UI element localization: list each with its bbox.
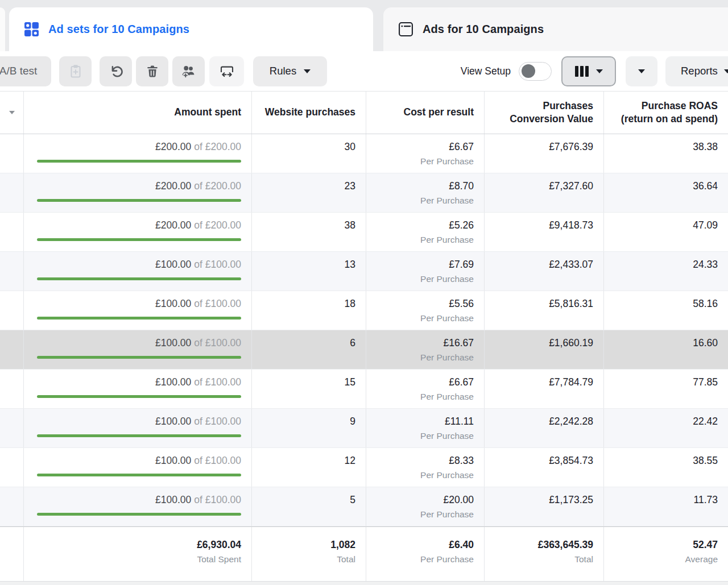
- amount-budget-value: of £100.00: [194, 337, 241, 348]
- budget-progress-bar: [37, 317, 241, 320]
- delete-button[interactable]: [136, 56, 168, 86]
- ads-window-icon: [398, 22, 413, 37]
- cost-per-result-cell: £7.69 Per Purchase: [366, 252, 485, 291]
- ab-test-button[interactable]: A/B test: [0, 56, 51, 86]
- website-purchases-value: 23: [262, 180, 355, 192]
- table-row[interactable]: £100.00of £100.00 5 £20.00 Per Purchase …: [0, 487, 728, 526]
- tab-ad-sets-label: Ad sets for 10 Campaigns: [48, 23, 189, 36]
- row-select-cell[interactable]: [0, 330, 24, 369]
- amount-spent-cell: £100.00of £100.00: [24, 252, 252, 291]
- cost-per-result-sublabel: Per Purchase: [377, 156, 474, 167]
- totals-cost-label: Per Purchase: [377, 554, 474, 565]
- table-row[interactable]: £100.00of £100.00 12 £8.33 Per Purchase …: [0, 448, 728, 487]
- amount-spent-value: £200.00: [155, 180, 191, 192]
- totals-conversion-cell: £363,645.39 Total: [485, 527, 604, 581]
- conversion-value: £9,418.73: [495, 219, 593, 231]
- website-purchases-value: 15: [262, 376, 355, 388]
- header-purchase-roas[interactable]: Purchase ROAS (return on ad spend): [604, 92, 728, 134]
- clipboard-icon: [68, 64, 83, 78]
- amount-budget-value: of £200.00: [194, 180, 241, 192]
- cost-per-result-cell: £16.67 Per Purchase: [366, 330, 485, 369]
- chevron-down-icon: [9, 111, 15, 114]
- cost-per-result-value: £5.56: [377, 298, 474, 310]
- view-setup-label: View Setup: [461, 65, 511, 77]
- roas-value: 24.33: [614, 259, 718, 271]
- row-select-cell[interactable]: [0, 252, 24, 291]
- chevron-down-icon: [638, 69, 645, 73]
- duplicate-button[interactable]: [59, 56, 92, 86]
- table-row[interactable]: £100.00of £100.00 6 £16.67 Per Purchase …: [0, 330, 728, 370]
- cost-per-result-sublabel: Per Purchase: [377, 313, 474, 324]
- row-select-cell[interactable]: [0, 409, 24, 447]
- cost-per-result-sublabel: Per Purchase: [377, 470, 474, 481]
- conversion-value: £5,816.31: [495, 298, 593, 310]
- row-select-cell[interactable]: [0, 213, 24, 251]
- totals-roas-cell: 52.47 Average: [604, 527, 728, 581]
- breakdown-dropdown-button[interactable]: [626, 56, 657, 86]
- table-row[interactable]: £200.00of £200.00 23 £8.70 Per Purchase …: [0, 173, 728, 213]
- table-row[interactable]: £200.00of £200.00 38 £5.26 Per Purchase …: [0, 213, 728, 252]
- header-website-purchases[interactable]: Website purchases: [252, 92, 366, 134]
- tab-bar: Ad sets for 10 Campaigns Ads for 10 Camp…: [0, 0, 728, 51]
- budget-progress-bar: [37, 434, 241, 437]
- table-row[interactable]: £200.00of £200.00 30 £6.67 Per Purchase …: [0, 134, 728, 173]
- table-row[interactable]: £100.00of £100.00 18 £5.56 Per Purchase …: [0, 291, 728, 330]
- totals-roas-label: Average: [614, 554, 718, 565]
- cost-per-result-value: £7.69: [377, 259, 474, 271]
- rules-button-label: Rules: [270, 65, 296, 77]
- conversion-value: £1,173.25: [495, 494, 593, 506]
- budget-progress-bar: [37, 199, 241, 202]
- amount-spent-value: £100.00: [155, 494, 191, 505]
- toolbar-right-group: View Setup Reports: [461, 56, 728, 86]
- table-row[interactable]: £100.00of £100.00 15 £6.67 Per Purchase …: [0, 370, 728, 409]
- totals-row: £6,930.04 Total Spent 1,082 Total £6.40 …: [0, 526, 728, 581]
- header-cost-per-result[interactable]: Cost per result: [366, 92, 485, 134]
- header-select-sort[interactable]: [0, 92, 24, 134]
- conversion-value-cell: £1,660.19: [485, 330, 604, 369]
- website-purchases-value: 5: [262, 494, 355, 506]
- row-select-cell[interactable]: [0, 134, 24, 173]
- amount-spent-value: £100.00: [155, 376, 191, 388]
- chevron-down-icon: [304, 69, 311, 73]
- amount-budget-value: of £100.00: [194, 416, 241, 427]
- roas-cell: 58.16: [604, 291, 728, 330]
- totals-purchases-label: Total: [262, 554, 355, 565]
- amount-budget-value: of £100.00: [194, 494, 241, 505]
- conversion-value-cell: £9,418.73: [485, 213, 604, 251]
- row-select-cell[interactable]: [0, 487, 24, 526]
- row-select-cell[interactable]: [0, 291, 24, 330]
- row-select-cell[interactable]: [0, 448, 24, 487]
- website-purchases-value: 30: [262, 141, 355, 153]
- website-purchases-cell: 38: [252, 213, 366, 251]
- tab-ads[interactable]: Ads for 10 Campaigns: [383, 7, 728, 51]
- cost-per-result-value: £8.70: [377, 180, 474, 192]
- totals-cost-value: £6.40: [377, 539, 474, 551]
- totals-purchases-value: 1,082: [262, 539, 355, 551]
- roas-value: 22.42: [614, 416, 718, 428]
- conversion-value: £2,433.07: [495, 259, 593, 271]
- reports-button[interactable]: Reports: [665, 56, 728, 86]
- rules-button[interactable]: Rules: [253, 56, 327, 86]
- view-setup-toggle[interactable]: [519, 62, 552, 81]
- row-select-cell[interactable]: [0, 173, 24, 212]
- row-select-cell[interactable]: [0, 370, 24, 408]
- columns-button[interactable]: [561, 56, 616, 86]
- partial-tab-edge[interactable]: [0, 7, 5, 51]
- roas-value: 38.38: [614, 141, 718, 153]
- horizontal-scrollbar-track[interactable]: [0, 581, 728, 585]
- tab-ad-sets[interactable]: Ad sets for 10 Campaigns: [9, 7, 373, 51]
- website-purchases-value: 6: [262, 337, 355, 349]
- amount-spent-cell: £100.00of £100.00: [24, 487, 252, 526]
- amount-spent-value: £100.00: [155, 455, 191, 466]
- table-row[interactable]: £100.00of £100.00 9 £11.11 Per Purchase …: [0, 409, 728, 448]
- totals-amount-cell: £6,930.04 Total Spent: [24, 527, 252, 581]
- table-row[interactable]: £100.00of £100.00 13 £7.69 Per Purchase …: [0, 252, 728, 291]
- audience-button[interactable]: [172, 56, 205, 86]
- undo-button[interactable]: [100, 56, 132, 86]
- cost-per-result-sublabel: Per Purchase: [377, 235, 474, 246]
- amount-spent-value: £100.00: [155, 259, 191, 270]
- header-amount-spent[interactable]: Amount spent: [24, 92, 252, 134]
- amount-spent-cell: £200.00of £200.00: [24, 213, 252, 251]
- header-purchases-conversion-value[interactable]: Purchases Conversion Value: [485, 92, 604, 134]
- edit-placement-button[interactable]: [209, 56, 244, 86]
